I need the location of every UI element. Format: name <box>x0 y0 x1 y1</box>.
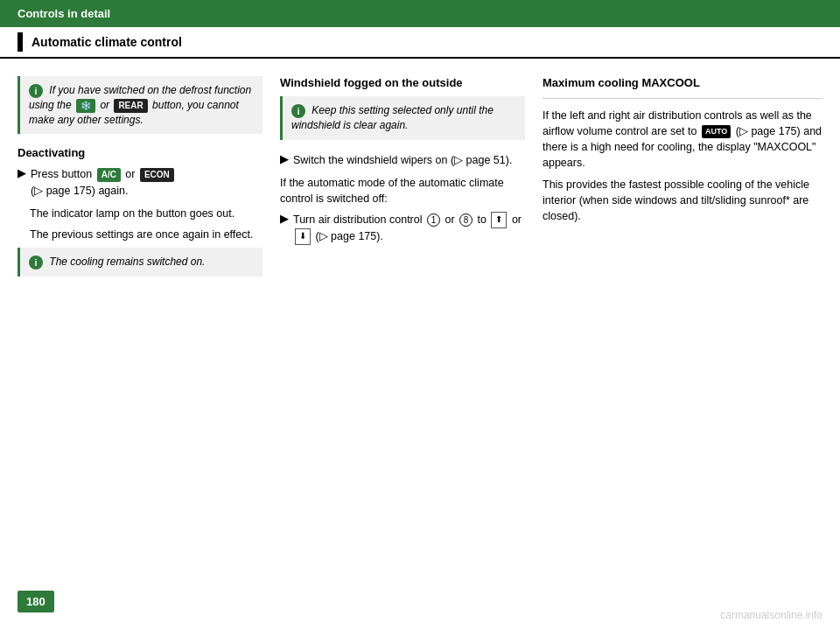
page-number: 180 <box>18 591 54 612</box>
sub-header-bar <box>18 32 23 52</box>
air-icon-1: ⬆ <box>491 212 507 228</box>
bullet-arrow-wipers: ▶ <box>280 153 288 165</box>
bullet-text-1: Press button A/C or ECON (▷ page 175) ag… <box>31 166 176 198</box>
auto-mode-para: If the automatic mode of the automatic c… <box>280 175 525 206</box>
ac-btn-icon: A/C <box>97 168 121 183</box>
info-note-left: i If you have switched on the defrost fu… <box>18 76 262 134</box>
right-column: Maximum cooling MAXCOOL If the left and … <box>542 76 822 601</box>
maxcool-heading: Maximum cooling MAXCOOL <box>542 76 822 89</box>
cooling-note: i The cooling remains switched on. <box>18 248 262 276</box>
bullet-wipers: ▶ Switch the windshield wipers on (▷ pag… <box>280 152 525 168</box>
sub-header: Automatic climate control <box>0 27 840 59</box>
circle-num-2: 8 <box>459 214 472 227</box>
watermark: carmanualsonline.info <box>720 609 822 621</box>
info-icon-windshield: i <box>291 104 305 118</box>
info-note-left-text: If you have switched on the defrost func… <box>29 84 251 126</box>
defrost-btn-icon-1: ❄️ <box>76 99 95 113</box>
keep-note: i Keep this setting selected only until … <box>280 96 525 140</box>
air-icon-2: ⬇ <box>295 228 311 245</box>
divider-1 <box>542 98 822 99</box>
econ-btn-icon: ECON <box>140 168 174 183</box>
indicator-lamp-para: The indicator lamp on the button goes ou… <box>30 206 262 221</box>
windshield-heading: Windshield fogged on the outside <box>280 76 525 89</box>
bullet-text-wipers: Switch the windshield wipers on (▷ page … <box>293 152 512 168</box>
info-icon-cooling: i <box>29 256 43 270</box>
info-icon-left: i <box>29 84 43 98</box>
defrost-btn-icon-2: REAR <box>114 99 147 113</box>
cooling-note-text: The cooling remains switched on. <box>49 256 205 268</box>
bullet-air-dist: ▶ Turn air distribution control 1 or 8 t… <box>280 212 525 245</box>
page-header: Controls in detail <box>0 0 840 27</box>
bullet-arrow-air: ▶ <box>280 213 288 225</box>
auto-badge: AUTO <box>702 125 731 138</box>
maxcool-para1: If the left and right air distribution c… <box>542 108 822 172</box>
main-content: i If you have switched on the defrost fu… <box>0 67 840 610</box>
previous-settings-para: The previous settings are once again in … <box>30 227 262 242</box>
maxcool-para2: This provides the fastest possible cooli… <box>542 177 822 224</box>
bullet-text-air: Turn air distribution control 1 or 8 to … <box>293 212 525 245</box>
middle-column: Windshield fogged on the outside i Keep … <box>280 76 525 601</box>
left-column: i If you have switched on the defrost fu… <box>18 76 262 601</box>
circle-num-1: 1 <box>427 214 440 227</box>
sub-header-title: Automatic climate control <box>32 35 182 49</box>
keep-note-text: Keep this setting selected only until th… <box>291 104 494 131</box>
bullet-arrow-1: ▶ <box>18 167 25 179</box>
bullet-item-1: ▶ Press button A/C or ECON (▷ page 175) … <box>18 166 262 198</box>
deactivating-heading: Deactivating <box>18 146 262 159</box>
header-title: Controls in detail <box>18 7 110 20</box>
